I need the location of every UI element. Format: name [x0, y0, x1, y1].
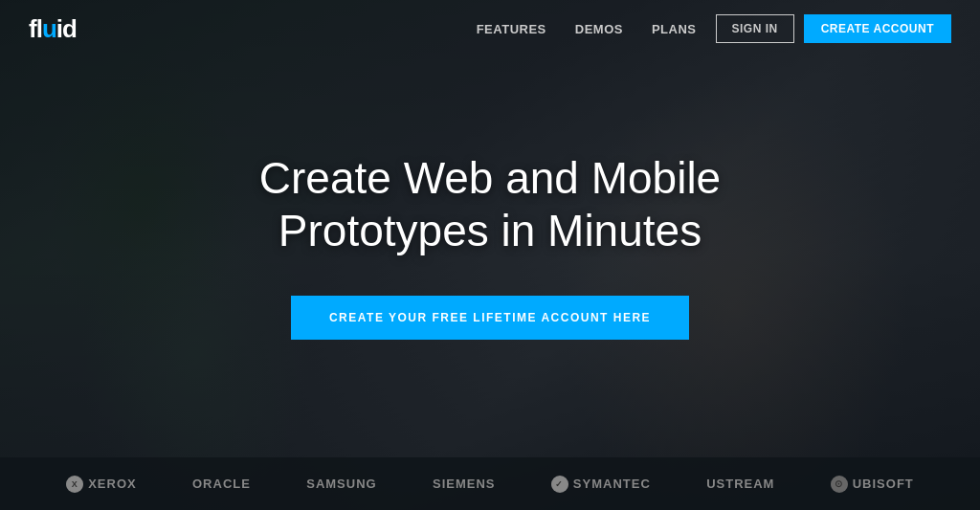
brand-samsung: SAMSUNG: [306, 477, 376, 491]
nav-links: FEATURES DEMOS PLANS: [477, 22, 697, 36]
brand-oracle: ORACLE: [192, 477, 251, 491]
brand-ubisoft: ⊙ UBISOFT: [831, 476, 914, 493]
signin-button[interactable]: SIGN IN: [716, 14, 794, 43]
ustream-label: USTREAM: [706, 477, 774, 491]
cta-button[interactable]: CREATE YOUR FREE LIFETIME ACCOUNT HERE: [291, 296, 689, 340]
nav-features[interactable]: FEATURES: [477, 22, 546, 36]
xerox-icon: X: [66, 476, 83, 493]
nav-plans[interactable]: PLANS: [652, 22, 697, 36]
hero-title: Create Web and Mobile Prototypes in Minu…: [203, 151, 777, 256]
brands-bar: X xerox ORACLE SAMSUNG SIEMENS ✓ Symante…: [0, 457, 980, 510]
logo-text: fluid: [29, 14, 77, 44]
symantec-label: Symantec: [573, 477, 651, 491]
brand-ustream: USTREAM: [706, 477, 774, 491]
hero-title-line1: Create Web and Mobile: [259, 152, 721, 202]
symantec-icon: ✓: [551, 476, 568, 493]
xerox-label: xerox: [88, 477, 137, 491]
nav-demos[interactable]: DEMOS: [575, 22, 623, 36]
hero-section: fluid FEATURES DEMOS PLANS SIGN IN CREAT…: [0, 0, 980, 510]
oracle-label: ORACLE: [192, 477, 251, 491]
brand-xerox: X xerox: [66, 476, 137, 493]
samsung-label: SAMSUNG: [306, 477, 376, 491]
ubisoft-icon: ⊙: [831, 476, 848, 493]
hero-title-line2: Prototypes in Minutes: [278, 206, 702, 255]
create-account-button[interactable]: CREATE ACCOUNT: [804, 14, 951, 43]
siemens-label: SIEMENS: [433, 477, 496, 491]
logo-dot: u: [42, 14, 56, 43]
brand-symantec: ✓ Symantec: [551, 476, 651, 493]
hero-content: Create Web and Mobile Prototypes in Minu…: [203, 151, 777, 339]
logo: fluid: [29, 14, 77, 44]
ubisoft-label: UBISOFT: [853, 477, 914, 491]
navbar: fluid FEATURES DEMOS PLANS SIGN IN CREAT…: [0, 0, 980, 57]
brand-siemens: SIEMENS: [433, 477, 496, 491]
